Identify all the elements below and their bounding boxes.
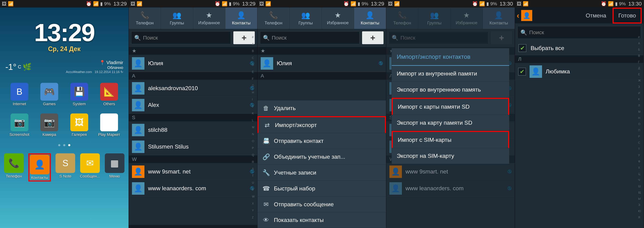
app-icon-system[interactable]: 💾System [65, 83, 94, 106]
tab-телефон[interactable]: 📞Телефон [129, 7, 161, 29]
contact-row[interactable]: 👤stilch88 [129, 122, 257, 138]
menu-item-отправить-сообщение[interactable]: ✉Отправить сообщение [258, 197, 386, 212]
dialog-item[interactable]: Экспорт во внутреннюю память [392, 82, 509, 98]
tabs: 📞Телефон👥Группы★Избранное👤Контакты [386, 7, 515, 29]
app-label: Internet [13, 102, 26, 106]
screenshot-icon: 🖼 [130, 1, 135, 6]
contact-row[interactable]: ✔ 👤 Любимка [515, 63, 644, 80]
search-input[interactable]: 🔍 Поиск [131, 31, 231, 44]
dialog-item[interactable]: Экспорт на SIM-карту [392, 148, 509, 164]
tab-группы[interactable]: 👥Группы [418, 7, 450, 29]
status-time: 13:29 [113, 1, 127, 7]
contact-row[interactable]: 👤AlexⓈ [129, 97, 257, 114]
app-icon-play-маркет[interactable]: ▶Play Маркет [95, 114, 123, 137]
menu-item-быстрый-набор[interactable]: ☎Быстрый набор [258, 181, 386, 197]
tab-группы[interactable]: 👥Группы [290, 7, 322, 29]
app-icon-контакты[interactable]: 👤Контакты [28, 153, 51, 182]
contact-row[interactable]: 👤ЮлияⓈ [258, 55, 386, 72]
tab-избранное[interactable]: ★Избранное [193, 7, 225, 29]
app-icon-сообщен---[interactable]: ✉Сообщен... [80, 153, 100, 182]
section-header: Л [515, 55, 644, 63]
section-header: ★ [129, 47, 257, 55]
contact-row[interactable]: 👤ЮлияⓈ [129, 55, 257, 72]
select-all-row[interactable]: ✔ Выбрать все [515, 41, 644, 55]
clock-date: Ср, 24 Дек [4, 45, 125, 53]
app-label: Games [43, 102, 56, 106]
alarm-icon: ⏰ [343, 1, 349, 6]
app-icon-others[interactable]: 📐Others [95, 83, 123, 106]
search-input[interactable]: 🔍 Поиск [518, 26, 641, 39]
add-contact-button[interactable]: + [233, 31, 255, 44]
app-label: Others [103, 102, 115, 106]
add-contact-button: + [491, 31, 512, 44]
app-icon-internet[interactable]: BInternet [5, 83, 34, 106]
clock-widget[interactable]: 13:29 Ср, 24 Дек [0, 7, 128, 58]
menu-label: Импорт/экспорт [275, 122, 317, 128]
page-indicator[interactable] [0, 140, 128, 150]
app-icon-s-note[interactable]: SS Note [56, 153, 75, 182]
signal-icon: 📶 [350, 1, 356, 6]
dialog-item[interactable]: Импорт из внутренней памяти [392, 66, 509, 82]
menu-item-импорт-экспорт[interactable]: ⇄Импорт/экспорт [258, 116, 386, 133]
weather-widget[interactable]: -1° C 🌿 📍 Vladimir Облачно AccuWeather.c… [0, 58, 128, 79]
add-contact-button[interactable]: + [362, 31, 384, 44]
contact-checkbox[interactable]: ✔ [518, 68, 526, 76]
app-label: S Note [60, 174, 72, 179]
contact-name: Alex [148, 102, 246, 108]
tab-icon: 📞 [269, 11, 278, 19]
contacts-icon: 👤 [521, 10, 532, 21]
tab-телефон[interactable]: 📞Телефон [258, 7, 290, 29]
app-icon-screenshot[interactable]: 📷Screenshot [5, 114, 34, 137]
tab-label: Избранное [456, 20, 478, 25]
app-icon-галерея[interactable]: 🖼Галерея [65, 114, 94, 137]
tab-контакты[interactable]: 👤Контакты [225, 7, 257, 29]
avatar: 👤 [132, 182, 144, 195]
app-icon-камера[interactable]: 📷Камера [35, 114, 64, 137]
tab-избранное[interactable]: ★Избранное [322, 7, 354, 29]
search-input[interactable]: 🔍 Поиск [260, 31, 360, 44]
menu-item-объединить-учетные-зап---[interactable]: 🔗Объединить учетные зап... [258, 149, 386, 165]
section-header: W [129, 155, 257, 163]
dialog-item[interactable]: Импорт с карты памяти SD [392, 98, 509, 115]
dialog-item[interactable]: Импорт с SIM-карты [392, 131, 509, 148]
avatar: 👤 [132, 82, 144, 95]
menu-item-удалить[interactable]: 🗑Удалить [258, 101, 386, 116]
alphabet-index[interactable]: #ABCDEFGHIJKLMNOPQRSTUVWXYZ [252, 36, 257, 219]
search-icon: 🔍 [263, 35, 270, 41]
menu-item-показать-контакты[interactable]: 👁Показать контакты [258, 212, 386, 228]
contact-row[interactable]: 👤aleksandrovna2010Ⓢ [129, 80, 257, 97]
app-glyph-icon: 📞 [4, 153, 24, 173]
tab-icon: ★ [334, 11, 341, 19]
contact-list[interactable]: ★👤ЮлияⓈA👤aleksandrovna2010Ⓢ👤AlexⓈS👤stilc… [129, 47, 257, 225]
menu-item-отправить-контакт[interactable]: 📇Отправить контакт [258, 133, 386, 149]
screen-homescreen: 🖼 📶 ⏰ 📶 ▮ 9% 13:29 13:29 Ср, 24 Дек -1° … [0, 0, 129, 228]
menu-item-учетные-записи[interactable]: 🔧Учетные записи [258, 165, 386, 181]
done-button[interactable]: Готово [612, 8, 642, 23]
tab-избранное[interactable]: ★Избранное [451, 7, 483, 29]
refresh-icon[interactable]: ↻ [120, 70, 123, 74]
back-button[interactable]: ‹ [517, 11, 520, 20]
contact-row[interactable]: 👤www leanaorders. comⓈ [129, 180, 257, 197]
section-header: A [129, 72, 257, 80]
select-all-checkbox[interactable]: ✔ [518, 44, 526, 52]
app-label: Меню [109, 174, 120, 179]
app-icon-меню[interactable]: ▦Меню [105, 153, 124, 182]
cancel-button[interactable]: Отмена [581, 9, 611, 22]
alphabet-index[interactable]: #АБВГДЕЖЗИКЛМНОПРСТУФХЦЧШЩЫЭЮЯ [638, 36, 643, 219]
avatar: 👤 [132, 165, 144, 178]
tab-icon: 📞 [140, 11, 149, 19]
contact-row[interactable]: 👤Stilusmen Stilus [129, 138, 257, 155]
app-glyph-icon: ▶ [100, 114, 118, 131]
search-icon: 🔍 [392, 35, 398, 41]
tab-label: Контакты [490, 20, 508, 25]
tab-группы[interactable]: 👥Группы [161, 7, 193, 29]
tab-контакты[interactable]: 👤Контакты [354, 7, 386, 29]
tab-контакты[interactable]: 👤Контакты [483, 7, 515, 29]
dialog-item[interactable]: Экспорт на карту памяти SD [392, 115, 509, 131]
tab-телефон[interactable]: 📞Телефон [386, 7, 418, 29]
contact-row[interactable]: 👤www 9smart. netⓈ [129, 163, 257, 180]
weather-unit: C [18, 64, 21, 70]
wifi-icon: 📶 [8, 1, 14, 6]
app-icon-телефон[interactable]: 📞Телефон [4, 153, 24, 182]
app-icon-games[interactable]: 🎮Games [35, 83, 64, 106]
